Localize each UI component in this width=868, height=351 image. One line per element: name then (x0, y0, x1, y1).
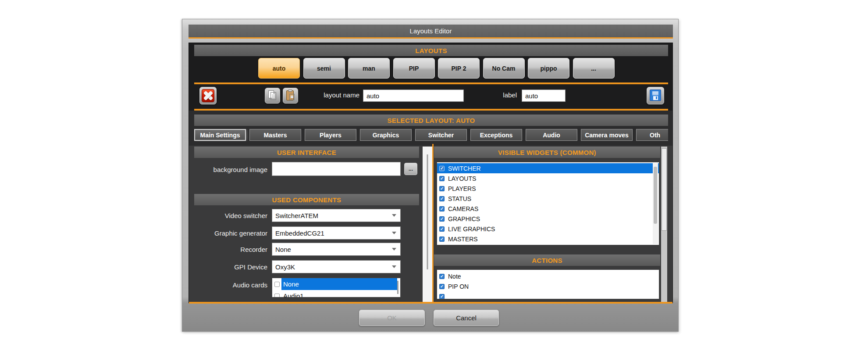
list-item-graphics[interactable]: GRAPHICS (437, 214, 659, 224)
list-item-masters[interactable]: MASTERS (437, 234, 659, 244)
titlebar: Layouts Editor (189, 25, 673, 39)
checkbox-checked[interactable] (439, 294, 445, 299)
list-item-cameras[interactable]: CAMERAS (437, 204, 659, 214)
delete-layout-button[interactable] (199, 87, 217, 104)
checkbox-checked[interactable] (439, 196, 445, 201)
gpi-device-label: GPI Device (202, 263, 267, 271)
actions-header: ACTIONS (434, 254, 660, 266)
layout-button-auto[interactable]: auto (258, 58, 300, 79)
layout-button-pip2[interactable]: PIP 2 (438, 58, 480, 79)
copy-layout-button[interactable] (265, 88, 280, 104)
recorder-label: Recorder (202, 246, 267, 253)
browse-background-button[interactable]: ... (404, 163, 417, 175)
layout-button-semi[interactable]: semi (303, 58, 345, 79)
label-input[interactable]: auto (522, 90, 566, 102)
selected-layout-label: SELECTED LAYOUT: AUTO (388, 117, 475, 124)
tab-camera-moves[interactable]: Camera moves (581, 129, 633, 141)
visible-widgets-header: VISIBLE WIDGETS (COMMON) (434, 147, 660, 158)
checkbox-checked[interactable] (439, 274, 445, 279)
list-item-status[interactable]: STATUS (437, 193, 659, 204)
gpi-device-select[interactable]: Oxy3K (272, 260, 401, 273)
tab-exceptions[interactable]: Exceptions (470, 129, 522, 141)
recorder-select[interactable]: None (272, 243, 401, 256)
graphic-generator-label: Graphic generator (202, 229, 267, 237)
list-item-partial[interactable] (437, 291, 659, 299)
checkbox-checked[interactable] (439, 176, 445, 181)
layout-button-more[interactable]: ... (573, 58, 615, 79)
layouts-header-label: LAYOUTS (415, 47, 447, 54)
checkbox-unchecked[interactable] (274, 294, 280, 298)
tab-players[interactable]: Players (305, 129, 356, 141)
selected-layout-header: SELECTED LAYOUT: AUTO (194, 115, 668, 126)
actions-list[interactable]: Note PIP ON (437, 269, 659, 299)
left-panel-scrollbar[interactable] (423, 147, 432, 302)
tab-graphics[interactable]: Graphics (360, 129, 412, 141)
layout-button-pip[interactable]: PIP (393, 58, 435, 79)
used-components-header: USED COMPONENTS (194, 194, 419, 205)
checkbox-checked[interactable] (439, 226, 445, 232)
background-image-input[interactable] (272, 162, 401, 176)
user-interface-header: USER INTERFACE (194, 147, 419, 158)
tab-main-settings[interactable]: Main Settings (194, 129, 246, 141)
checkbox-checked[interactable] (439, 216, 445, 222)
checkbox-checked[interactable] (439, 284, 445, 289)
tab-masters[interactable]: Masters (249, 129, 301, 141)
layouts-editor-dialog: Layouts Editor LAYOUTS auto semi man PIP… (182, 19, 679, 332)
background-image-label: background image (202, 166, 267, 173)
label-label: label (473, 91, 517, 99)
checkbox-checked[interactable] (439, 166, 445, 171)
tab-other[interactable]: Oth (636, 129, 668, 141)
ok-button[interactable]: OK (359, 310, 425, 326)
checkbox-checked[interactable] (439, 186, 445, 191)
list-item-live-graphics[interactable]: LIVE GRAPHICS (437, 224, 659, 234)
list-item-audio1[interactable]: Audio1 (272, 290, 400, 297)
save-floppy-icon (650, 90, 661, 101)
chevron-down-icon (392, 248, 396, 251)
audio-list-scrollbar[interactable] (397, 281, 398, 294)
layouts-header: LAYOUTS (194, 45, 668, 56)
list-item-switcher[interactable]: SWITCHER (437, 163, 659, 173)
list-item-audio-none[interactable]: None (272, 278, 400, 290)
tab-switcher[interactable]: Switcher (415, 129, 467, 141)
panel-divider (432, 144, 434, 302)
checkbox-checked[interactable] (439, 206, 445, 211)
list-item-layouts[interactable]: LAYOUTS (437, 173, 659, 183)
main-panel: LAYOUTS auto semi man PIP PIP 2 No Cam p… (189, 43, 673, 303)
audio-cards-list[interactable]: None Audio1 (272, 278, 401, 297)
window-title: Layouts Editor (410, 27, 452, 35)
graphic-generator-select[interactable]: EmbeddedCG21 (272, 226, 401, 240)
right-panel-scrollbar[interactable] (661, 147, 667, 302)
layout-button-nocam[interactable]: No Cam (483, 58, 525, 79)
audio-cards-label: Audio cards (202, 281, 267, 289)
visible-widgets-list[interactable]: SWITCHER LAYOUTS PLAYERS STATUS CAMERAS … (437, 162, 659, 245)
checkbox-unchecked[interactable] (274, 282, 280, 287)
layout-name-input[interactable]: auto (363, 90, 464, 102)
list-item-note[interactable]: Note (437, 271, 659, 281)
bottom-separator-line (189, 302, 672, 304)
chevron-down-icon (392, 232, 396, 234)
video-switcher-select[interactable]: SwitcherATEM (272, 209, 401, 222)
cancel-button[interactable]: Cancel (434, 310, 499, 326)
chevron-down-icon (392, 265, 396, 268)
tab-audio[interactable]: Audio (526, 129, 577, 141)
video-switcher-label: Video switcher (202, 212, 267, 219)
delete-x-icon (202, 89, 214, 102)
separator-line (194, 82, 668, 84)
layout-button-pippo[interactable]: pippo (528, 58, 569, 79)
layout-button-man[interactable]: man (348, 58, 390, 79)
list-item-players[interactable]: PLAYERS (437, 183, 659, 193)
chevron-down-icon (392, 214, 396, 217)
save-layout-button[interactable] (647, 87, 664, 104)
widgets-list-scrollbar[interactable] (653, 163, 658, 244)
separator-line (194, 109, 668, 111)
list-item-pip-on[interactable]: PIP ON (437, 281, 659, 291)
layout-name-label: layout name (294, 91, 359, 99)
tab-strip: Main Settings Masters Players Graphics S… (194, 129, 668, 141)
checkbox-checked[interactable] (439, 236, 445, 242)
